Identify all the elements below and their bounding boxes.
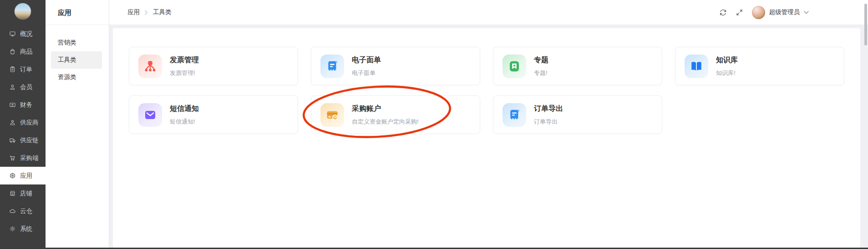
sidebar-item-label: 概况: [20, 30, 32, 38]
app-card-topics[interactable]: 专题 专题!: [493, 47, 662, 85]
app-card-invoice-management[interactable]: 发票管理 发票管理!: [129, 47, 298, 85]
app-card-title: 发票管理: [170, 55, 199, 65]
submenu-item-label: 资源类: [58, 73, 76, 81]
sidebar-item-label: 订单: [20, 65, 32, 74]
gear-icon: [9, 225, 16, 232]
sidebar-item-supply-chain[interactable]: 供应链: [0, 131, 46, 149]
sidebar-item-cloud-warehouse[interactable]: 云仓: [0, 202, 46, 220]
user-avatar: [752, 6, 765, 19]
wheel-icon: [9, 172, 16, 179]
app-card-description: 订单导出: [534, 118, 563, 126]
supplier-icon: [9, 119, 16, 126]
submenu-item-marketing[interactable]: 营销类: [51, 34, 102, 51]
app-card-title: 电子面单: [352, 55, 381, 65]
sidebar-item-shop[interactable]: 店铺: [0, 184, 46, 202]
card-icon: [320, 103, 344, 127]
clipboard-icon: [9, 66, 16, 73]
app-card-description: 自定义资金账户定向采购!: [352, 118, 419, 126]
submenu-item-label: 营销类: [58, 39, 76, 47]
app-card-knowledge-base[interactable]: 知识库 知识库!: [675, 47, 844, 85]
submenu-item-label: 工具类: [58, 56, 76, 64]
mail-icon: [138, 103, 162, 127]
sidebar-item-label: 会员: [20, 83, 32, 91]
user-menu[interactable]: 超级管理员: [752, 6, 809, 19]
workspace-avatar[interactable]: [15, 3, 31, 20]
app-card-description: 发票管理!: [170, 69, 199, 77]
sidebar-item-label: 系统: [20, 225, 32, 233]
app-card-title: 短信通知: [170, 104, 199, 114]
receipt-icon: [320, 55, 344, 78]
sidebar-item-procurement[interactable]: 采购端: [0, 149, 46, 167]
invoice-icon: [138, 55, 162, 78]
header-actions: 超级管理员: [719, 6, 809, 19]
fullscreen-icon[interactable]: [736, 9, 743, 16]
monitor-icon: [9, 30, 16, 37]
sidebar-item-orders[interactable]: 订单: [0, 60, 46, 78]
sidebar-item-label: 采购端: [20, 154, 39, 162]
primary-sidebar: 概况 商品 订单 会员 财务 供应商 供应链 采购端: [0, 0, 46, 248]
sidebar-item-finance[interactable]: 财务: [0, 96, 46, 114]
content-panel: 发票管理 发票管理! 电子面单 电子面单 专题 专题! 知识库: [113, 28, 860, 248]
sidebar-item-label: 商品: [20, 48, 32, 56]
sidebar-item-system[interactable]: 系统: [0, 220, 46, 238]
app-card-description: 知识库!: [716, 69, 738, 77]
shop-icon: [9, 190, 16, 197]
app-card-description: 短信通知!: [170, 118, 199, 126]
primary-menu: 概况 商品 订单 会员 财务 供应商 供应链 采购端: [0, 25, 46, 238]
breadcrumb: 应用 工具类: [127, 8, 172, 16]
sidebar-item-label: 供应链: [20, 136, 39, 144]
app-card-title: 采购账户: [352, 104, 419, 114]
submenu-list: 营销类 工具类 资源类: [46, 25, 109, 86]
app-card-title: 知识库: [716, 55, 738, 65]
sidebar-item-overview[interactable]: 概况: [0, 25, 46, 43]
app-card-order-export[interactable]: 订单导出 订单导出: [493, 95, 662, 134]
submenu-item-tools[interactable]: 工具类: [51, 51, 102, 69]
sidebar-item-label: 应用: [20, 172, 32, 180]
scrollbar-thumb[interactable]: [864, 4, 867, 45]
app-card-title: 专题: [534, 55, 548, 65]
bag-icon: [9, 48, 16, 55]
sidebar-item-goods[interactable]: 商品: [0, 43, 46, 60]
cart-icon: [9, 154, 16, 161]
receipt-icon: [503, 103, 526, 127]
submenu-item-resources[interactable]: 资源类: [51, 69, 102, 86]
secondary-sidebar: 应用 营销类 工具类 资源类: [46, 0, 109, 248]
sidebar-item-label: 云仓: [20, 207, 32, 215]
member-icon: [9, 84, 16, 90]
submenu-title: 应用: [46, 0, 109, 25]
app-card-description: 电子面单: [352, 69, 381, 77]
caret-down-icon: [804, 11, 809, 14]
breadcrumb-item-tools: 工具类: [153, 8, 172, 16]
sidebar-item-supplier[interactable]: 供应商: [0, 114, 46, 131]
sidebar-item-apps[interactable]: 应用: [0, 167, 46, 184]
chevron-right-icon: [145, 10, 148, 15]
app-card-e-waybill[interactable]: 电子面单 电子面单: [311, 47, 480, 85]
truck-icon: [9, 137, 16, 144]
app-card-grid: 发票管理 发票管理! 电子面单 电子面单 专题 专题! 知识库: [129, 47, 844, 134]
sidebar-item-label: 财务: [20, 101, 32, 109]
finance-icon: [9, 101, 16, 108]
topic-icon: [503, 55, 526, 78]
app-card-purchase-account[interactable]: 采购账户 自定义资金账户定向采购!: [311, 95, 480, 134]
breadcrumb-item-apps[interactable]: 应用: [127, 8, 140, 16]
sidebar-item-label: 供应商: [20, 119, 39, 127]
user-name: 超级管理员: [769, 8, 800, 16]
app-card-sms-notification[interactable]: 短信通知 短信通知!: [129, 95, 298, 134]
app-card-description: 专题!: [534, 69, 548, 77]
top-header: 应用 工具类 超级管理员: [109, 0, 868, 25]
app-card-title: 订单导出: [534, 104, 563, 114]
refresh-icon[interactable]: [719, 9, 727, 16]
book-icon: [685, 55, 708, 78]
sidebar-item-label: 店铺: [20, 189, 32, 198]
sidebar-item-members[interactable]: 会员: [0, 78, 46, 96]
cloud-icon: [9, 208, 16, 214]
